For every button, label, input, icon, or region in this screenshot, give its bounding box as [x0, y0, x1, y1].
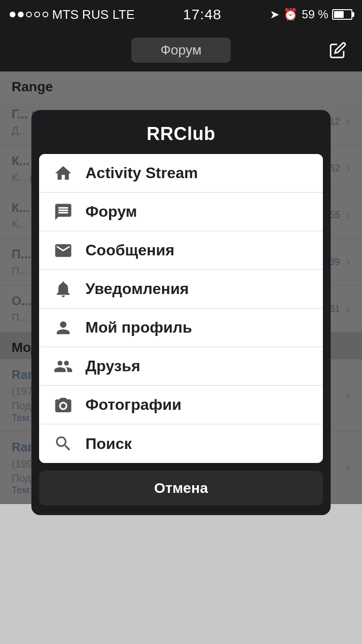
home-icon — [51, 161, 76, 186]
menu-label-notifications: Уведомления — [85, 280, 189, 298]
status-left: MTS RUS LTE — [10, 7, 135, 22]
menu-item-notifications[interactable]: ! Уведомления — [39, 270, 323, 308]
messages-icon — [51, 238, 76, 263]
menu-label-activity: Activity Stream — [85, 164, 198, 182]
notifications-icon: ! — [51, 277, 76, 302]
menu-item-profile[interactable]: Мой профиль — [39, 308, 323, 347]
battery-fill — [334, 11, 344, 18]
alarm-icon: ⏰ — [283, 8, 298, 21]
friends-icon — [51, 354, 76, 379]
modal: RRClub Activity Stream Форум — [31, 110, 331, 515]
menu-label-forum: Форум — [85, 203, 137, 221]
cancel-label: Отмена — [154, 480, 208, 496]
status-bar: MTS RUS LTE 17:48 ➤ ⏰ 59 % — [0, 0, 362, 29]
menu-item-photos[interactable]: Фотографии — [39, 386, 323, 424]
menu-item-forum[interactable]: Форум — [39, 193, 323, 231]
network-label: LTE — [112, 7, 135, 22]
signal-dot-5 — [42, 12, 48, 17]
signal-dots — [10, 12, 48, 17]
status-right: ➤ ⏰ 59 % — [270, 8, 352, 21]
svg-text:!: ! — [62, 282, 65, 292]
menu-item-activity[interactable]: Activity Stream — [39, 154, 323, 193]
carrier-label: MTS RUS — [52, 7, 109, 22]
location-icon: ➤ — [270, 8, 279, 21]
cancel-button[interactable]: Отмена — [39, 471, 323, 505]
time-label: 17:48 — [183, 6, 222, 23]
search-icon — [51, 431, 76, 456]
menu-list: Activity Stream Форум Сообщения — [39, 154, 323, 463]
signal-dot-4 — [34, 12, 40, 17]
modal-title: RRClub — [31, 110, 331, 154]
signal-dot-2 — [18, 12, 24, 17]
page-wrapper: Range Г... п... Д... н... 12 › К... R...… — [0, 71, 362, 504]
photos-icon — [51, 392, 76, 418]
menu-item-messages[interactable]: Сообщения — [39, 231, 323, 270]
signal-dot-1 — [10, 12, 15, 17]
battery-icon — [332, 9, 352, 20]
menu-label-photos: Фотографии — [85, 396, 181, 414]
signal-dot-3 — [26, 12, 32, 17]
menu-item-search[interactable]: Поиск — [39, 424, 323, 463]
nav-bar: Форум — [0, 29, 362, 71]
menu-label-friends: Друзья — [85, 357, 140, 375]
menu-item-friends[interactable]: Друзья — [39, 347, 323, 386]
forum-icon — [51, 199, 76, 224]
edit-button[interactable] — [327, 40, 348, 61]
profile-icon — [51, 315, 76, 340]
menu-label-profile: Мой профиль — [85, 319, 192, 336]
modal-overlay: RRClub Activity Stream Форум — [0, 71, 362, 504]
menu-label-messages: Сообщения — [85, 241, 174, 259]
battery-percent: 59 % — [302, 8, 328, 21]
nav-title: Форум — [160, 42, 201, 57]
menu-label-search: Поиск — [85, 435, 132, 453]
nav-title-pill[interactable]: Форум — [131, 38, 230, 63]
